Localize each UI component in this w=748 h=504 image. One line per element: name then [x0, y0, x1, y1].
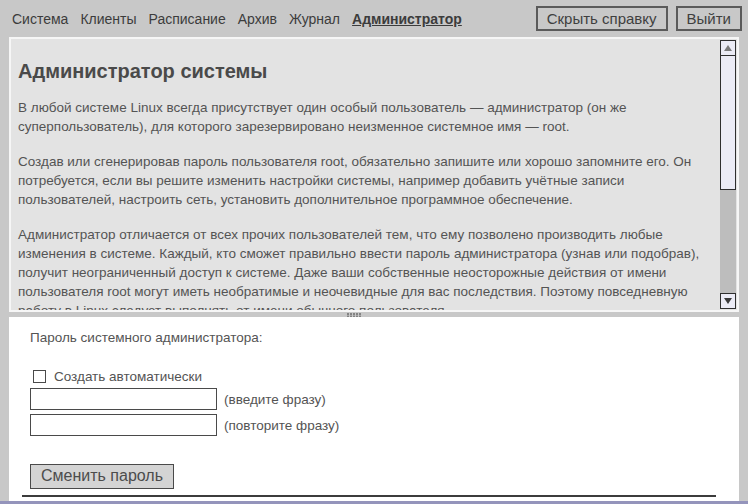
exit-button[interactable]: Выйти	[676, 6, 742, 31]
auto-create-checkbox[interactable]	[33, 370, 46, 383]
help-scrollbar[interactable]	[720, 40, 736, 309]
menu-item-administrator[interactable]: Администратор	[352, 11, 462, 27]
help-pane: Администратор системы В любой системе Li…	[9, 37, 739, 312]
auto-create-checkbox-row[interactable]: Создать автоматически	[33, 369, 202, 384]
help-title: Администратор системы	[18, 60, 715, 82]
help-content: Администратор системы В любой системе Li…	[11, 39, 719, 310]
arrow-down-icon	[724, 298, 732, 304]
menu-item-clients[interactable]: Клиенты	[80, 11, 136, 27]
form-section-label: Пароль системного администратора:	[30, 330, 262, 345]
topbar-buttons: Скрыть справку Выйти	[536, 6, 742, 31]
divider	[22, 495, 716, 497]
menu-item-journal[interactable]: Журнал	[289, 11, 340, 27]
hide-help-button[interactable]: Скрыть справку	[536, 6, 668, 31]
repeat-password-hint: (повторите фразу)	[224, 418, 339, 433]
scrollbar-thumb[interactable]	[720, 56, 736, 190]
resize-grip-icon[interactable]	[347, 313, 349, 315]
menu-item-system[interactable]: Система	[12, 11, 68, 27]
main-menu: Система Клиенты Расписание Архив Журнал …	[12, 11, 536, 27]
help-paragraph: Создав или сгенерировав пароль пользоват…	[18, 152, 715, 209]
password-hint: (введите фразу)	[224, 392, 326, 407]
help-paragraph: Администратор отличается от всех прочих …	[18, 225, 715, 310]
repeat-password-input[interactable]	[30, 414, 217, 436]
password-input[interactable]	[30, 388, 217, 410]
change-password-button[interactable]: Сменить пароль	[30, 464, 174, 489]
menu-item-archive[interactable]: Архив	[238, 11, 277, 27]
top-menu-bar: Система Клиенты Расписание Архив Журнал …	[0, 0, 748, 37]
admin-password-form: Пароль системного администратора: Создат…	[9, 317, 739, 501]
help-paragraph: В любой системе Linux всегда присутствуе…	[18, 98, 715, 136]
scroll-down-button[interactable]	[720, 293, 736, 309]
repeat-password-field-row: (повторите фразу)	[30, 414, 339, 436]
menu-item-schedule[interactable]: Расписание	[149, 11, 226, 27]
auto-create-checkbox-label: Создать автоматически	[54, 369, 202, 384]
password-field-row: (введите фразу)	[30, 388, 326, 410]
scroll-up-button[interactable]	[720, 40, 736, 56]
arrow-up-icon	[724, 45, 732, 51]
